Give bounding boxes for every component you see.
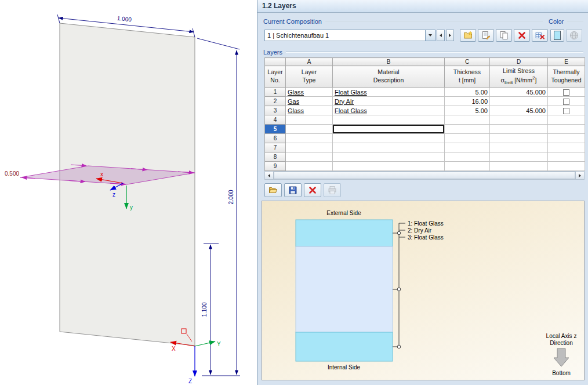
- cell-thickness[interactable]: [445, 115, 490, 125]
- cell-limit-stress[interactable]: [490, 162, 548, 171]
- preview-canvas: External Side 1: Float Glass 2: Dry Air: [262, 201, 584, 380]
- cell-layer-type[interactable]: [286, 115, 333, 125]
- column-header-e[interactable]: E: [548, 58, 585, 66]
- partial-height-dimension-label: 1.100: [201, 302, 208, 317]
- layers-dialog: 1.2 Layers Current Composition Color 1 |…: [257, 0, 588, 385]
- composition-select[interactable]: 1 | Schichtenaufbau 1: [264, 30, 435, 41]
- legend-item-1: 1: Float Glass: [408, 220, 444, 227]
- cell-limit-stress[interactable]: 45.000: [490, 106, 548, 115]
- print-button: [324, 183, 341, 197]
- save-button[interactable]: [284, 183, 302, 197]
- dialog-title-text: 1.2 Layers: [262, 2, 296, 10]
- delete-layers-button[interactable]: [304, 183, 321, 197]
- scroll-left-button[interactable]: [265, 172, 274, 179]
- column-header-d[interactable]: D: [490, 58, 548, 66]
- row-number[interactable]: 1: [265, 88, 286, 97]
- row-number[interactable]: 9: [265, 162, 286, 171]
- cell-limit-stress[interactable]: [490, 152, 548, 162]
- cell-layer-type[interactable]: [286, 125, 333, 134]
- viewport-canvas: 1.000 2.000 1.100 0.500: [0, 0, 257, 385]
- cell-layer-type[interactable]: Gas: [286, 97, 333, 106]
- cell-limit-stress[interactable]: [490, 143, 548, 152]
- cell-limit-stress[interactable]: [490, 115, 548, 125]
- external-side-label: External Side: [326, 210, 361, 216]
- cell-thickness[interactable]: [445, 134, 490, 143]
- table-row: 3 Glass Float Glass 5.00 45.000: [265, 106, 585, 115]
- scroll-right-button[interactable]: [575, 172, 584, 179]
- cell-material-description[interactable]: [333, 152, 445, 162]
- row-number[interactable]: 4: [265, 115, 286, 125]
- copy-composition-button[interactable]: [496, 29, 512, 42]
- printer-icon: [328, 186, 337, 195]
- column-header-b-selected[interactable]: B: [333, 58, 445, 66]
- cell-thickness[interactable]: 5.00: [445, 106, 490, 115]
- cell-material-description[interactable]: Float Glass: [333, 106, 445, 115]
- table-row: 2 Gas Dry Air 16.00: [265, 97, 585, 106]
- cell-layer-type[interactable]: Glass: [286, 106, 333, 115]
- cell-material-description[interactable]: Float Glass: [333, 88, 445, 97]
- header-layer-type: LayerType: [286, 66, 333, 88]
- table-corner-cell[interactable]: [265, 58, 286, 66]
- next-composition-button[interactable]: [446, 30, 454, 41]
- cell-layer-type[interactable]: [286, 143, 333, 152]
- composition-select-value: 1 | Schichtenaufbau 1: [265, 32, 425, 39]
- toughened-checkbox[interactable]: [563, 108, 569, 114]
- cell-material-description[interactable]: [333, 162, 445, 171]
- cell-limit-stress[interactable]: [490, 97, 548, 106]
- composition-dropdown-button[interactable]: [425, 30, 435, 41]
- active-cell[interactable]: [333, 125, 445, 134]
- new-composition-button[interactable]: [460, 29, 476, 42]
- cell-limit-stress[interactable]: [490, 125, 548, 134]
- cell-limit-stress[interactable]: [490, 134, 548, 143]
- cell-material-description[interactable]: [333, 134, 445, 143]
- cell-layer-type[interactable]: [286, 152, 333, 162]
- legend-item-2: 2: Dry Air: [408, 227, 432, 234]
- cell-thermally-toughened: [548, 115, 585, 125]
- toughened-checkbox[interactable]: [563, 89, 569, 96]
- cell-thermally-toughened: [548, 97, 585, 106]
- row-number[interactable]: 3: [265, 106, 286, 115]
- cell-material-description[interactable]: [333, 143, 445, 152]
- dialog-title-bar: 1.2 Layers: [257, 0, 588, 13]
- delete-x-icon: [308, 186, 317, 195]
- layers-group: Layers: [263, 49, 583, 56]
- open-button[interactable]: [264, 183, 282, 197]
- cell-thickness[interactable]: [445, 125, 490, 134]
- cell-thickness[interactable]: 16.00: [445, 97, 490, 106]
- delete-composition-button[interactable]: [514, 29, 530, 42]
- row-number-selected[interactable]: 5: [265, 125, 286, 134]
- scrollbar-thumb[interactable]: [274, 172, 575, 179]
- composition-color-button[interactable]: [550, 29, 564, 42]
- previous-composition-button[interactable]: [437, 30, 445, 41]
- row-number[interactable]: 6: [265, 134, 286, 143]
- table-row: 7: [265, 143, 585, 152]
- cell-thermally-toughened: [548, 134, 585, 143]
- edit-composition-button[interactable]: [478, 29, 494, 42]
- 3d-viewport[interactable]: 1.000 2.000 1.100 0.500: [0, 0, 257, 385]
- delete-all-compositions-button[interactable]: [532, 29, 548, 42]
- header-material-description: MaterialDescription: [333, 66, 445, 88]
- column-header-c[interactable]: C: [445, 58, 490, 66]
- header-thickness: Thicknesst [mm]: [445, 66, 490, 88]
- cell-thickness[interactable]: [445, 152, 490, 162]
- cell-thickness[interactable]: [445, 143, 490, 152]
- cell-thickness[interactable]: [445, 162, 490, 171]
- row-number[interactable]: 2: [265, 97, 286, 106]
- row-number[interactable]: 8: [265, 152, 286, 162]
- cell-layer-type[interactable]: [286, 134, 333, 143]
- bottom-label: Bottom: [552, 370, 571, 376]
- toughened-checkbox[interactable]: [563, 99, 569, 105]
- local-axis-z-label: z: [112, 191, 115, 198]
- triangle-left-icon: [268, 174, 270, 177]
- column-header-a[interactable]: A: [286, 58, 333, 66]
- cell-limit-stress[interactable]: 45.000: [490, 88, 548, 97]
- header-layer-no: LayerNo.: [265, 66, 286, 88]
- cell-material-description[interactable]: Dry Air: [333, 97, 445, 106]
- cell-layer-type[interactable]: Glass: [286, 88, 333, 97]
- cell-layer-type[interactable]: [286, 162, 333, 171]
- cell-thickness[interactable]: 5.00: [445, 88, 490, 97]
- row-number[interactable]: 7: [265, 143, 286, 152]
- cell-material-description[interactable]: [333, 115, 445, 125]
- render-colors-button: [566, 29, 582, 42]
- table-horizontal-scrollbar[interactable]: [264, 171, 585, 180]
